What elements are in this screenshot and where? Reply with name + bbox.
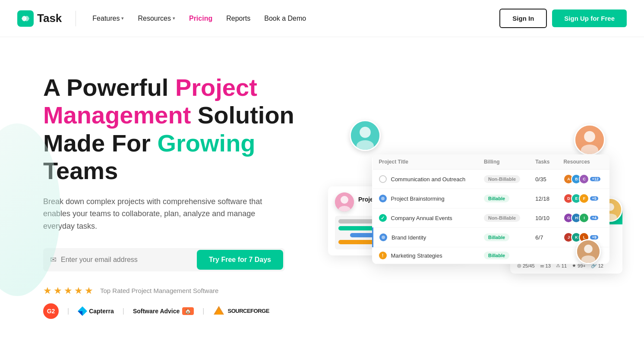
email-input[interactable] [61, 252, 197, 268]
hero-title-management: Management [43, 101, 191, 129]
software-advice-text: Software Advice [133, 308, 180, 315]
floating-avatar-2 [574, 124, 605, 155]
avatar-count: +12 [590, 177, 600, 181]
svg-point-19 [581, 255, 595, 264]
nav-actions: Sign In Sign Up for Free [499, 9, 627, 28]
gantt-avatar [335, 192, 354, 211]
avatar: F [579, 193, 589, 204]
row-status-circle: ! [379, 252, 387, 259]
try-free-button[interactable]: Try Free for 7 Days [197, 250, 283, 270]
capterra-icon [78, 306, 87, 316]
svg-point-7 [360, 127, 371, 138]
logo-text: Task [37, 12, 62, 25]
svg-point-15 [341, 196, 348, 204]
table-row: Communication and Outreach Non-Billable … [373, 170, 610, 189]
billing-badge: Billable [484, 252, 509, 259]
star-5: ★ [85, 285, 93, 296]
signup-button[interactable]: Sign Up for Free [552, 9, 627, 27]
billing-badge: Billable [484, 233, 509, 241]
star-2: ★ [54, 285, 62, 296]
nav-resources[interactable]: Resources ▾ [132, 11, 181, 26]
row-project-title: Brand Identity [391, 234, 426, 241]
col-resources: Resources [557, 154, 609, 170]
row-status-circle: ✓ [379, 214, 387, 222]
col-tasks: Tasks [529, 154, 557, 170]
svg-point-11 [581, 145, 598, 155]
navbar: Task Features ▾ Resources ▾ Pricing Repo… [0, 0, 644, 37]
col-billing: Billing [478, 154, 529, 170]
hero-subtitle: Break down complex projects with compreh… [43, 195, 268, 233]
badge-divider-2: | [123, 307, 124, 315]
tasks-count: 10/10 [535, 215, 549, 221]
row-project-title: Communication and Outreach [391, 176, 466, 183]
row-status-circle [379, 175, 387, 183]
capterra-text: Capterra [89, 308, 114, 315]
sourceforge-icon [213, 305, 225, 317]
svg-point-12 [381, 197, 385, 200]
star-4: ★ [74, 285, 83, 296]
rating-text: Top Rated Project Management Software [100, 287, 218, 294]
hero-ratings: ★ ★ ★ ★ ★ Top Rated Project Management S… [43, 285, 319, 296]
capterra-badge: Capterra [78, 306, 114, 316]
project-table: Project Title Billing Tasks Resources Co… [372, 154, 609, 264]
hero-title-growing: Growing [157, 129, 255, 157]
hero-dashboard: Project Title Billing Tasks Resources Co… [337, 129, 609, 264]
signin-button[interactable]: Sign In [499, 9, 547, 28]
hero-title-project: Project [175, 74, 257, 101]
software-advice-badge: Software Advice 🏠 [133, 307, 194, 315]
sourceforge-text: SOURCEFORGE [227, 308, 269, 314]
billing-badge: Non-Billable [484, 175, 520, 183]
tasks-count: 12/18 [535, 195, 549, 202]
avatar-person-3 [577, 239, 600, 264]
g2-icon: G2 [43, 303, 59, 319]
logo-link[interactable]: Task [17, 10, 62, 27]
nav-divider [76, 11, 76, 26]
floating-avatar-1 [350, 120, 381, 151]
table-row: Project Brainstorming Billable 12/18 D E… [373, 189, 610, 208]
hero-content: A Powerful Project Management Solution M… [43, 74, 319, 319]
email-input-row: ✉ Try Free for 7 Days [43, 248, 285, 271]
row-project-title: Company Annual Events [391, 215, 452, 221]
billing-badge: Non-Billable [484, 214, 520, 222]
avatar-person-1 [351, 120, 379, 151]
table-row: ! Marketing Strategies Billable [373, 247, 610, 264]
col-project-title: Project Title [373, 154, 478, 170]
partner-badges: G2 | Capterra | Software Advice 🏠 | [43, 303, 319, 319]
row-status-circle [379, 233, 387, 241]
nav-pricing[interactable]: Pricing [183, 11, 218, 26]
avatar-count: +5 [590, 196, 598, 201]
gantt-avatar-img [335, 192, 354, 211]
row-status-circle [379, 195, 387, 202]
nav-features[interactable]: Features ▾ [86, 11, 130, 26]
svg-point-13 [382, 236, 385, 239]
badge-divider-1: | [67, 307, 69, 315]
billing-badge: Billable [484, 195, 509, 202]
table-row: Brand Identity Billable 6/7 J K L +9 [373, 228, 610, 247]
row-project-title: Project Brainstorming [391, 195, 445, 202]
sourceforge-badge: SOURCEFORGE [213, 305, 269, 317]
svg-marker-2 [78, 311, 82, 316]
tasks-count: 0/35 [535, 176, 546, 183]
floating-avatar-3 [576, 239, 601, 264]
g2-badge: G2 [43, 303, 59, 319]
avatar-count: +4 [590, 216, 598, 220]
nav-reports[interactable]: Reports [220, 11, 256, 26]
logo-icon [17, 10, 34, 27]
software-advice-icon: 🏠 [182, 307, 194, 315]
nav-book-demo[interactable]: Book a Demo [258, 11, 312, 26]
features-chevron-icon: ▾ [121, 16, 124, 21]
avatar: I [579, 213, 589, 223]
svg-marker-1 [78, 306, 87, 311]
tasks-count: 6/7 [535, 234, 543, 241]
row-project-title: Marketing Strategies [391, 252, 442, 259]
avatar: C [579, 174, 589, 184]
badge-divider-3: | [202, 307, 204, 315]
svg-marker-3 [82, 311, 87, 316]
svg-point-8 [357, 140, 374, 151]
avatar-person-2 [575, 124, 604, 155]
svg-point-10 [584, 131, 595, 142]
hero-title: A Powerful Project Management Solution M… [43, 74, 319, 185]
avatar-count: +9 [590, 235, 598, 239]
hero-section: A Powerful Project Management Solution M… [0, 37, 644, 356]
star-3: ★ [64, 285, 73, 296]
